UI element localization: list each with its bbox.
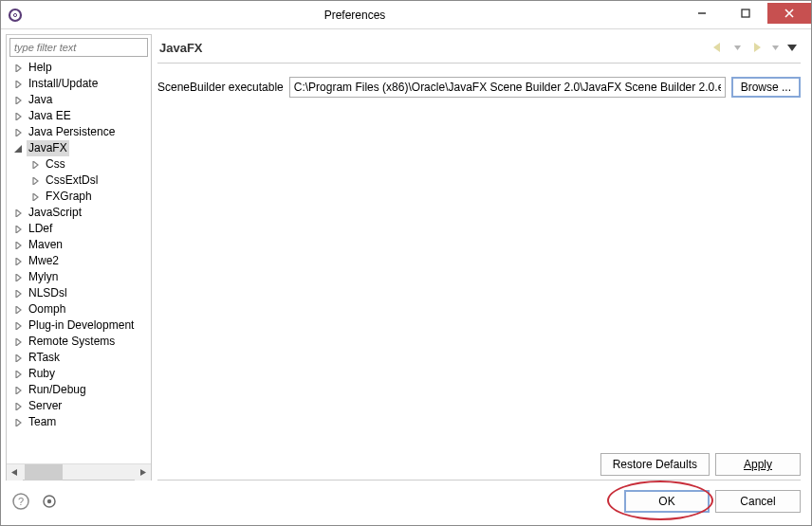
scenebuilder-input[interactable] (289, 77, 726, 98)
preferences-tree[interactable]: HelpInstall/UpdateJavaJava EEJava Persis… (9, 60, 151, 430)
tree-item[interactable]: Mwe2 (9, 253, 151, 269)
tree-item-label: Server (27, 398, 64, 414)
tree-item[interactable]: Server (9, 398, 151, 414)
svg-marker-23 (16, 338, 21, 346)
back-button[interactable] (710, 40, 727, 55)
tree-item[interactable]: Oomph (9, 301, 151, 317)
tree-item-label: NLSDsl (27, 285, 69, 301)
tree-item[interactable]: Run/Debug (9, 382, 151, 398)
tree-item-label: Remote Systems (27, 334, 117, 350)
ok-button[interactable]: OK (624, 490, 710, 513)
tree-item-label: Java (27, 92, 54, 108)
svg-marker-12 (33, 161, 38, 169)
tree-item-label: Plug-in Development (27, 317, 136, 334)
back-dropdown[interactable] (729, 40, 746, 55)
svg-point-39 (47, 499, 51, 503)
svg-marker-7 (16, 81, 21, 88)
tree-item[interactable]: Maven (9, 237, 151, 253)
arrow-collapsed-icon[interactable] (12, 95, 24, 106)
arrow-collapsed-icon[interactable] (12, 111, 24, 122)
oomph-icon[interactable] (40, 492, 59, 511)
window-title: Preferences (29, 9, 680, 22)
horizontal-scrollbar[interactable] (7, 463, 151, 480)
tree-item[interactable]: JavaScript (9, 205, 151, 221)
filter-input[interactable] (9, 38, 148, 57)
scroll-left-button[interactable] (7, 464, 23, 481)
svg-marker-17 (16, 242, 21, 249)
close-button[interactable] (767, 3, 811, 24)
tree-item[interactable]: Ruby (9, 366, 151, 382)
tree-item[interactable]: Install/Update (9, 76, 151, 92)
tree-item-label: FXGraph (44, 189, 94, 205)
tree-item[interactable]: Java EE (9, 108, 151, 124)
arrow-collapsed-icon[interactable] (12, 63, 24, 74)
tree-item[interactable]: Mylyn (9, 269, 151, 285)
tree-item[interactable]: JavaFX (9, 140, 151, 156)
arrow-collapsed-icon[interactable] (12, 256, 24, 267)
help-icon[interactable]: ? (11, 492, 30, 511)
arrow-expanded-icon[interactable] (12, 143, 24, 154)
page-menu-button[interactable] (785, 40, 799, 55)
svg-marker-32 (734, 45, 741, 50)
scroll-right-button[interactable] (135, 464, 151, 481)
maximize-button[interactable] (724, 3, 767, 24)
arrow-collapsed-icon[interactable] (12, 320, 24, 332)
tree-item[interactable]: Remote Systems (9, 334, 151, 350)
apply-button[interactable]: Apply (715, 453, 801, 476)
forward-dropdown[interactable] (766, 40, 784, 55)
scroll-thumb[interactable] (25, 464, 63, 481)
svg-marker-18 (16, 258, 21, 265)
tree-item[interactable]: RTask (9, 350, 151, 366)
page-title: JavaFX (159, 41, 710, 55)
tree-item-label: Java EE (27, 108, 73, 124)
arrow-collapsed-icon[interactable] (12, 417, 24, 428)
arrow-collapsed-icon[interactable] (12, 272, 24, 283)
tree-item-label: CssExtDsl (44, 172, 100, 189)
svg-marker-16 (16, 226, 21, 233)
tree-item[interactable]: Team (9, 414, 151, 430)
cancel-button[interactable]: Cancel (715, 490, 801, 513)
tree-item-label: JavaFX (27, 140, 69, 156)
tree-item-label: Oomph (27, 301, 67, 317)
svg-marker-15 (16, 209, 21, 217)
svg-marker-28 (16, 419, 21, 426)
arrow-collapsed-icon[interactable] (12, 336, 24, 348)
tree-item[interactable]: Help (9, 60, 151, 76)
arrow-collapsed-icon[interactable] (12, 369, 24, 380)
tree-item[interactable]: Plug-in Development (9, 317, 151, 334)
tree-item-label: JavaScript (27, 205, 83, 221)
browse-button[interactable]: Browse ... (731, 77, 801, 98)
tree-item[interactable]: NLSDsl (9, 285, 151, 301)
tree-item[interactable]: FXGraph (9, 189, 151, 205)
arrow-collapsed-icon[interactable] (12, 288, 24, 299)
restore-defaults-button[interactable]: Restore Defaults (600, 453, 710, 476)
tree-item[interactable]: Java (9, 92, 151, 108)
svg-marker-19 (16, 274, 21, 281)
arrow-collapsed-icon[interactable] (12, 79, 24, 90)
forward-button[interactable] (747, 40, 765, 55)
arrow-collapsed-icon[interactable] (12, 224, 24, 235)
arrow-collapsed-icon[interactable] (12, 208, 24, 219)
page-header: JavaFX (157, 34, 801, 63)
tree-item[interactable]: Java Persistence (9, 124, 151, 140)
arrow-collapsed-icon[interactable] (12, 353, 24, 364)
arrow-collapsed-icon[interactable] (12, 127, 24, 138)
arrow-collapsed-icon[interactable] (12, 385, 24, 396)
svg-marker-20 (16, 290, 21, 298)
arrow-collapsed-icon[interactable] (12, 304, 24, 316)
tree-item[interactable]: CssExtDsl (9, 172, 151, 189)
arrow-collapsed-icon[interactable] (12, 240, 24, 251)
arrow-collapsed-icon[interactable] (29, 175, 41, 187)
tree-item[interactable]: Css (9, 156, 151, 172)
tree-item-label: Install/Update (27, 76, 100, 92)
main-split: HelpInstall/UpdateJavaJava EEJava Persis… (6, 34, 806, 481)
svg-marker-26 (16, 387, 21, 394)
svg-marker-29 (11, 469, 17, 476)
minimize-button[interactable] (680, 3, 724, 24)
arrow-collapsed-icon[interactable] (12, 401, 24, 412)
arrow-collapsed-icon[interactable] (29, 159, 41, 171)
tree-item[interactable]: LDef (9, 221, 151, 237)
svg-point-1 (13, 13, 16, 16)
arrow-collapsed-icon[interactable] (29, 191, 41, 203)
svg-marker-9 (16, 113, 21, 120)
